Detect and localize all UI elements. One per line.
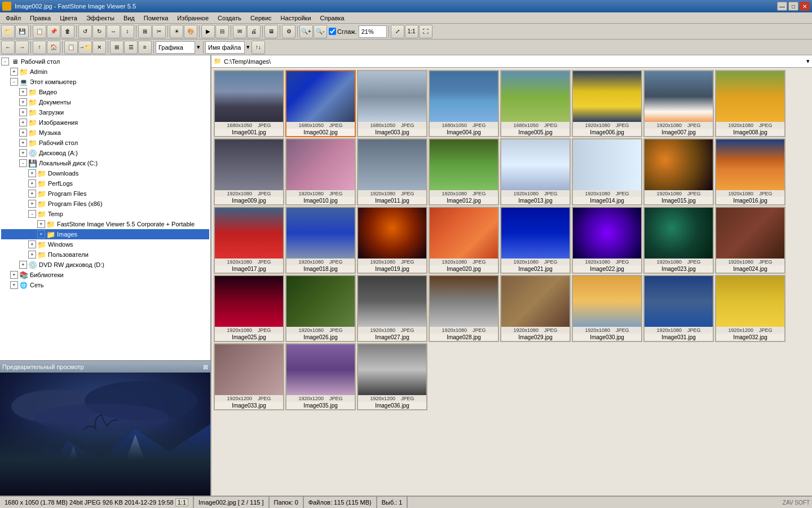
expand-music[interactable]: + <box>19 129 27 137</box>
thumb-item[interactable]: 1920x1080 JPEG Image022.jpg <box>572 207 642 274</box>
tb-crop[interactable]: ✂ <box>152 25 166 38</box>
thumb-item[interactable]: 1680x1050 JPEG Image004.jpg <box>429 70 499 137</box>
tree-item-desktop[interactable]: - 🖥 Рабочий стол <box>1 56 209 67</box>
tb-rotate-r[interactable]: ↻ <box>92 25 106 38</box>
thumb-item[interactable]: 1920x1080 JPEG Image019.jpg <box>357 207 427 274</box>
thumb-item[interactable]: 1920x1080 JPEG Image030.jpg <box>572 275 642 342</box>
thumb-item[interactable]: 1920x1080 JPEG Image013.jpg <box>500 138 571 205</box>
expand-images[interactable]: + <box>37 230 45 238</box>
tree-item-users[interactable]: + 📁 Пользователи <box>1 249 209 260</box>
expand-faststone[interactable]: + <box>37 220 45 228</box>
thumb-item[interactable]: 1920x1080 JPEG Image021.jpg <box>500 207 571 274</box>
sort-dropdown[interactable]: Имя файла <box>205 41 245 54</box>
tree-item-images[interactable]: + 📁 Images <box>1 229 209 239</box>
menu-view[interactable]: Вид <box>119 14 139 23</box>
expand-drive-a[interactable]: + <box>19 149 27 157</box>
tb-copy[interactable]: 📋 <box>33 25 46 38</box>
tree-item-desktop2[interactable]: + 📁 Рабочий стол <box>1 138 209 148</box>
menu-file[interactable]: Файл <box>1 14 25 23</box>
type-dropdown[interactable]: Графика <box>156 41 195 54</box>
tree-item-drive-c[interactable]: - 💾 Локальный диск (C:) <box>1 158 209 168</box>
zoom-dropdown[interactable]: 21% <box>359 25 387 38</box>
tb-actual[interactable]: 1:1 <box>405 25 418 38</box>
tb-paste[interactable]: 📌 <box>47 25 60 38</box>
menu-colors[interactable]: Цвета <box>55 14 82 23</box>
tb-delete2[interactable]: ✕ <box>92 41 106 54</box>
thumb-item[interactable]: 1920x1200 JPEG Image032.jpg <box>715 275 785 342</box>
thumb-item[interactable]: 1920x1080 JPEG Image023.jpg <box>643 207 714 274</box>
tree-item-music[interactable]: + 📁 Музыка <box>1 128 209 138</box>
thumb-item[interactable]: 1920x1080 JPEG Image016.jpg <box>715 138 785 205</box>
thumb-item[interactable]: 1920x1080 JPEG Image007.jpg <box>643 70 714 137</box>
expand-computer[interactable]: - <box>10 78 18 86</box>
tree-item-network[interactable]: + 🌐 Сеть <box>1 280 209 290</box>
tree-item-drive-d[interactable]: + 💿 DVD RW дисковод (D:) <box>1 260 209 270</box>
tb-color[interactable]: 🎨 <box>184 25 197 38</box>
tb-slideshow[interactable]: ▶ <box>201 25 215 38</box>
preview-close[interactable]: ⊠ <box>203 364 208 371</box>
tree-item-libraries[interactable]: + 📚 Библиотеки <box>1 270 209 280</box>
tree-item-progfiles86[interactable]: + 📁 Program Files (x86) <box>1 199 209 209</box>
tree-item-admin[interactable]: + 📁 Admin <box>1 67 209 77</box>
thumb-item[interactable]: 1920x1080 JPEG Image026.jpg <box>285 275 356 342</box>
menu-settings[interactable]: Настройки <box>276 14 316 23</box>
thumb-item[interactable]: 1920x1080 JPEG Image006.jpg <box>572 70 642 137</box>
tb-home[interactable]: 🏠 <box>47 41 60 54</box>
thumb-item[interactable]: 1920x1080 JPEG Image011.jpg <box>357 138 427 205</box>
tb-delete[interactable]: 🗑 <box>61 25 74 38</box>
close-button[interactable]: ✕ <box>800 2 810 11</box>
thumb-item[interactable]: 1920x1080 JPEG Image010.jpg <box>285 138 356 205</box>
tb-zoom-out[interactable]: 🔍- <box>314 25 327 38</box>
expand-admin[interactable]: + <box>10 68 18 76</box>
tb-compare[interactable]: ⊟ <box>215 25 229 38</box>
tb-thumbsize[interactable]: ⊞ <box>110 41 123 54</box>
tb-detail[interactable]: ≡ <box>138 41 152 54</box>
expand-drive-d[interactable]: + <box>19 261 27 269</box>
tb-save[interactable]: 💾 <box>15 25 29 38</box>
thumb-item[interactable]: 1920x1080 JPEG Image020.jpg <box>429 207 499 274</box>
tb-wallpaper[interactable]: 🖥 <box>264 25 278 38</box>
tb-open[interactable]: 📁 <box>1 25 15 38</box>
thumb-item[interactable]: 1920x1080 JPEG Image018.jpg <box>285 207 356 274</box>
thumb-item[interactable]: 1920x1080 JPEG Image015.jpg <box>643 138 714 205</box>
smoothing-checkbox[interactable] <box>329 28 336 35</box>
thumb-item[interactable]: 1920x1080 JPEG Image027.jpg <box>357 275 427 342</box>
tree-item-computer[interactable]: - 💻 Этот компьютер <box>1 77 209 87</box>
tb-zoom-in[interactable]: 🔍+ <box>299 25 313 38</box>
expand-windows[interactable]: + <box>28 240 36 248</box>
menu-create[interactable]: Создать <box>213 14 246 23</box>
tree-item-perflogs[interactable]: + 📁 PerfLogs <box>1 178 209 189</box>
tb-settings[interactable]: ⚙ <box>282 25 295 38</box>
menu-mark[interactable]: Пометка <box>139 14 173 23</box>
tree-item-windows[interactable]: + 📁 Windows <box>1 239 209 249</box>
expand-progfiles[interactable]: + <box>28 190 36 198</box>
tree-item-downloads[interactable]: + 📁 Downloads <box>1 168 209 178</box>
tb-list[interactable]: ☰ <box>124 41 138 54</box>
expand-desktop2[interactable]: + <box>19 139 27 147</box>
tb-print[interactable]: 🖨 <box>247 25 261 38</box>
thumb-item[interactable]: 1920x1080 JPEG Image025.jpg <box>214 275 284 342</box>
thumb-item[interactable]: 1920x1200 JPEG Image035.jpg <box>285 343 356 410</box>
tb-fit[interactable]: ⤢ <box>391 25 404 38</box>
expand-downloads-desktop[interactable]: + <box>19 108 27 116</box>
thumb-item[interactable]: 1920x1080 JPEG Image029.jpg <box>500 275 571 342</box>
tree-item-downloads-desktop[interactable]: + 📁 Загрузки <box>1 107 209 117</box>
thumb-item[interactable]: 1680x1050 JPEG Image002.jpg <box>285 70 356 137</box>
expand-docs[interactable]: + <box>19 98 27 106</box>
thumb-item[interactable]: 1920x1200 JPEG Image036.jpg <box>357 343 427 410</box>
tree-item-images-lib[interactable]: + 📁 Изображения <box>1 117 209 128</box>
tb-resize[interactable]: ⊞ <box>138 25 152 38</box>
thumb-item[interactable]: 1920x1080 JPEG Image009.jpg <box>214 138 284 205</box>
thumb-item[interactable]: 1920x1080 JPEG Image031.jpg <box>643 275 714 342</box>
minimize-button[interactable]: — <box>777 2 787 11</box>
tree-item-video[interactable]: + 📁 Видео <box>1 87 209 97</box>
expand-users[interactable]: + <box>28 251 36 259</box>
menu-help[interactable]: Справка <box>316 14 349 23</box>
tb-forward[interactable]: → <box>15 41 29 54</box>
expand-progfiles86[interactable]: + <box>28 200 36 208</box>
expand-libraries[interactable]: + <box>10 271 18 279</box>
tb-flip-h[interactable]: ↔ <box>107 25 120 38</box>
thumb-item[interactable]: 1680x1050 JPEG Image003.jpg <box>357 70 427 137</box>
tb-copy2[interactable]: 📋 <box>64 41 78 54</box>
expand-perflogs[interactable]: + <box>28 179 36 187</box>
